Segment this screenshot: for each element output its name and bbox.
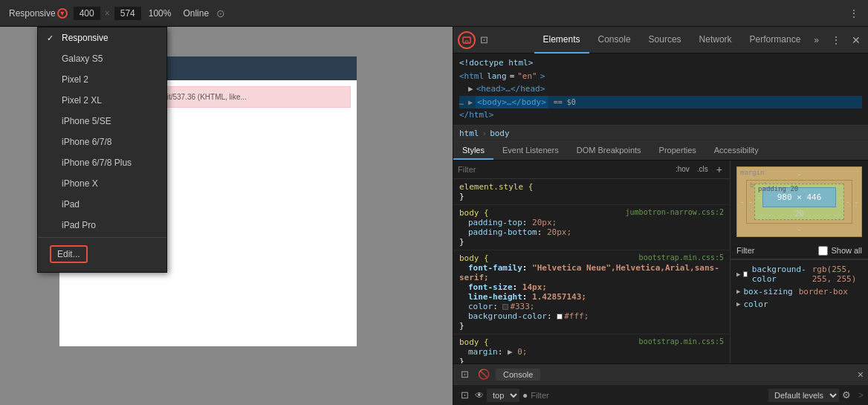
padding-left: - (757, 193, 761, 201)
console-clear-icon[interactable]: 🚫 (475, 367, 493, 381)
online-button[interactable]: Online (178, 7, 213, 20)
devtools-close-icon[interactable]: ✕ (849, 33, 864, 48)
dropdown-item-label: iPad (62, 199, 80, 210)
console-filter-input[interactable] (531, 391, 765, 400)
margin-right: - (854, 198, 858, 206)
box-sizing-prop-value: border-box (799, 287, 848, 297)
color-swatch-333 (502, 304, 508, 310)
devtools-more-icon[interactable]: ⋮ (846, 6, 862, 21)
dropdown-item-iphone-678[interactable]: iPhone 6/7/8 (38, 132, 166, 152)
dropdown-item-label: Pixel 2 (62, 74, 88, 85)
dropdown-item-label: Galaxy S5 (62, 54, 103, 64)
show-all-checkbox[interactable] (818, 246, 828, 256)
toolbar-right: ⋮ (846, 6, 862, 21)
svg-rect-1 (465, 41, 468, 43)
device-dropdown-menu: ✓ Responsive Galaxy S5 Pixel 2 Pixel 2 X… (37, 27, 167, 273)
inspect-icon[interactable]: ⊡ (477, 33, 491, 47)
style-tab-styles[interactable]: Styles (453, 142, 493, 160)
html-lang-attr: lang (487, 70, 507, 83)
show-all-label: Show all (831, 246, 862, 255)
cls-button[interactable]: .cls (695, 164, 710, 174)
console-level-dropdown[interactable]: Default levels (768, 389, 839, 402)
tabs-more[interactable]: » (809, 35, 823, 45)
margin-top: - (797, 170, 801, 178)
console-watch-icon[interactable]: ● (522, 390, 528, 401)
console-tab-label[interactable]: Console (496, 369, 540, 380)
zoom-button[interactable]: 100% (144, 7, 176, 20)
breadcrumb-separator: › (482, 129, 488, 138)
head-tag: <head>…</head> (476, 82, 545, 96)
color-prop-name: color (743, 299, 768, 309)
dropdown-item-label: iPhone 6/7/8 Plus (62, 158, 132, 168)
css-file-link-bootstrap[interactable]: bootstrap.min.css:5 (639, 253, 724, 262)
tab-elements[interactable]: Elements (534, 27, 589, 54)
dropdown-item-ipad[interactable]: iPad (38, 194, 166, 215)
box-model-outer: margin - - border - (736, 166, 862, 237)
style-tabs: Styles Event Listeners DOM Breakpoints P… (453, 142, 868, 161)
head-arrow[interactable]: ▶ (459, 82, 473, 96)
dropdown-item-label: iPhone X (62, 178, 98, 189)
style-tab-dom-breakpoints[interactable]: DOM Breakpoints (568, 142, 650, 160)
breadcrumb-html[interactable]: html (459, 129, 479, 138)
dropdown-item-pixel-2-xl[interactable]: Pixel 2 XL (38, 90, 166, 111)
filter-bar: :hov .cls + (453, 161, 730, 179)
breadcrumb-body[interactable]: body (490, 129, 510, 138)
tab-sources[interactable]: Sources (640, 27, 690, 54)
html-head-line: ▶ <head>…</head> (459, 82, 862, 96)
css-selector-text: body { (459, 337, 489, 347)
tab-performance[interactable]: Performance (741, 27, 810, 54)
toolbar: Responsive ▼ × 100% Online ⊙ ⋮ ✓ Respons… (0, 0, 868, 27)
bg-color-prop-value: rgb(255, 255, 255) (812, 265, 862, 284)
css-prop-font-size: font-size: 14px; (459, 282, 547, 292)
style-tab-event-listeners[interactable]: Event Listeners (493, 142, 568, 160)
width-input[interactable] (74, 7, 100, 20)
prop-expand-icon[interactable]: ▶ (736, 270, 740, 278)
dropdown-item-iphone-x[interactable]: iPhone X (38, 173, 166, 194)
style-tab-properties[interactable]: Properties (650, 142, 705, 160)
css-close-brace: } (459, 237, 464, 247)
filter-input[interactable] (458, 165, 670, 174)
html-htmlclose-line: </html> (459, 108, 862, 122)
content-dimensions: 980 × 446 (777, 192, 822, 202)
console-settings-icon[interactable]: ⚙ (842, 389, 851, 401)
css-prop-margin: margin: ▶ 0; (459, 347, 528, 357)
tab-console[interactable]: Console (589, 27, 640, 54)
prop-expand-icon[interactable]: ▶ (736, 300, 740, 308)
hov-button[interactable]: :hov (673, 164, 692, 174)
css-prop-padding-bottom: padding-bottom: 20px; (459, 227, 571, 237)
console-context-dropdown[interactable]: top (487, 389, 519, 402)
console-left-icon[interactable]: ⊡ (458, 367, 472, 381)
height-input[interactable] (114, 7, 141, 20)
console-toggle-icon[interactable]: ⊡ (458, 388, 472, 402)
css-prop-color: color: #333; (459, 302, 535, 311)
prop-expand-icon[interactable]: ▶ (736, 288, 740, 295)
css-rule-body-bootstrap-2: body { bootstrap.min.css:5 margin: ▶ 0; … (453, 334, 730, 363)
dropdown-item-iphone-678-plus[interactable]: iPhone 6/7/8 Plus (38, 152, 166, 173)
dropdown-item-ipad-pro[interactable]: iPad Pro (38, 215, 166, 236)
breadcrumb-bar: html › body (453, 126, 868, 142)
dropdown-item-iphone-5se[interactable]: iPhone 5/SE (38, 111, 166, 132)
responsive-dropdown-button[interactable]: Responsive ▼ (6, 7, 71, 20)
dropdown-item-responsive[interactable]: ✓ Responsive (38, 27, 166, 48)
devtools-pane: ⊡ Elements Console Sources Network Perfo… (453, 27, 868, 405)
bg-color-prop-name: background-color (752, 265, 806, 284)
dropdown-item-pixel-2[interactable]: Pixel 2 (38, 69, 166, 90)
console-eye-icon[interactable]: 👁 (475, 390, 484, 401)
devtools-dots-icon[interactable]: ⋮ (828, 33, 844, 48)
edit-button[interactable]: Edit... (50, 245, 88, 263)
add-rule-button[interactable]: + (713, 163, 725, 176)
devtools-tab-bar: ⊡ Elements Console Sources Network Perfo… (453, 27, 868, 54)
css-file-link-jumbotron[interactable]: jumbotron-narrow.css:2 (626, 208, 724, 216)
dropdown-item-galaxy-s5[interactable]: Galaxy S5 (38, 48, 166, 69)
device-toggle-icon[interactable] (458, 31, 476, 49)
body-tag: <body>…</body> (476, 96, 548, 109)
filter-label: Filter (736, 246, 754, 255)
responsive-label: Responsive (9, 8, 56, 19)
html-body-line-selected[interactable]: … ▶ <body>…</body> == $0 (459, 96, 862, 109)
css-file-link-bootstrap-2[interactable]: bootstrap.min.css:5 (639, 337, 724, 346)
dropdown-item-label: Pixel 2 XL (62, 95, 102, 106)
style-tab-accessibility[interactable]: Accessibility (705, 142, 768, 160)
console-close-button[interactable]: × (858, 369, 864, 380)
tab-network[interactable]: Network (690, 27, 741, 54)
css-prop-line-height: line-height: 1.42857143; (459, 292, 586, 302)
